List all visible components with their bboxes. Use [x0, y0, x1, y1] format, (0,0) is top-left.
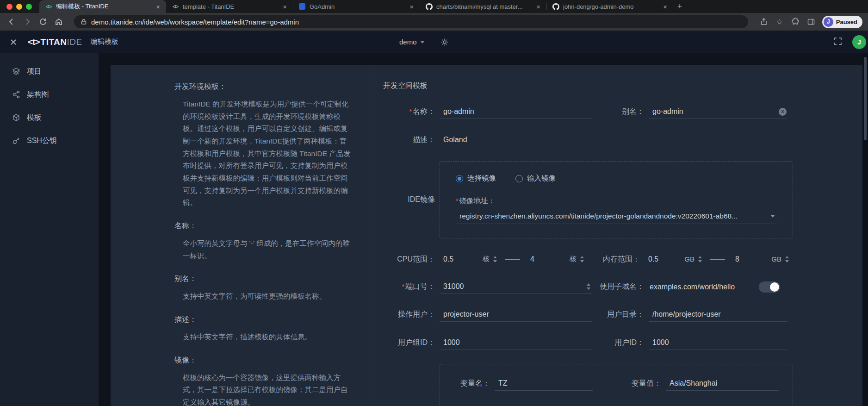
cpu-min-field[interactable]: 核: [440, 252, 499, 266]
description-input[interactable]: [440, 133, 793, 147]
tab-title: charts/bitnami/mysql at master...: [436, 3, 531, 10]
env-name-input[interactable]: [495, 376, 593, 391]
env-value-input[interactable]: [666, 404, 779, 406]
fullscreen-icon[interactable]: [834, 37, 842, 47]
browser-tab-goadmin[interactable]: GoAdmin ×: [293, 0, 420, 13]
tab-close-icon[interactable]: ×: [535, 3, 542, 11]
stepper[interactable]: [580, 256, 584, 262]
clear-icon[interactable]: ✕: [779, 108, 787, 116]
user-id-input[interactable]: [649, 336, 787, 350]
layers-icon: [12, 67, 20, 75]
radio-icon[interactable]: [515, 175, 523, 182]
memory-min-input[interactable]: [648, 255, 682, 263]
home-button[interactable]: [53, 16, 65, 28]
tab-close-icon[interactable]: ×: [408, 3, 415, 11]
user-dir-input[interactable]: [649, 307, 787, 322]
image-address-label: *镜像地址：: [456, 196, 777, 206]
close-icon[interactable]: [8, 37, 19, 47]
step-down-icon[interactable]: [587, 287, 590, 290]
window-close-button[interactable]: [6, 4, 12, 10]
op-user-input[interactable]: [440, 307, 592, 322]
memory-min-unit: GB: [684, 255, 694, 263]
bookmark-star-icon[interactable]: ☆: [774, 16, 785, 27]
cpu-max-field[interactable]: 核: [527, 252, 586, 266]
memory-max-unit: GB: [771, 255, 781, 263]
memory-max-field[interactable]: GB: [732, 253, 791, 266]
address-bar[interactable]: demo.titanide.cn/ide/web/workspace/templ…: [74, 15, 748, 28]
stepper[interactable]: [493, 256, 497, 262]
sidebar: 项目 架构图 模板 SSH公钥: [0, 53, 99, 406]
sidebar-item-label: SSH公钥: [27, 136, 57, 146]
name-input[interactable]: [440, 105, 592, 119]
tab-title: john-deng/go-admin-demo: [563, 3, 658, 10]
user-avatar[interactable]: J: [852, 35, 866, 49]
forward-button[interactable]: [21, 16, 33, 28]
port-field[interactable]: [440, 280, 592, 294]
share-icon[interactable]: [758, 16, 769, 27]
step-up-icon[interactable]: [587, 283, 590, 286]
memory-max-input[interactable]: [735, 255, 769, 263]
step-up-icon[interactable]: [698, 256, 702, 258]
sidebar-item-label: 架构图: [27, 90, 49, 100]
gear-icon[interactable]: [440, 38, 449, 46]
scrollbar-thumb[interactable]: [864, 57, 867, 140]
group-id-input[interactable]: [440, 336, 592, 350]
env-var-row: 变量名： 变量值：: [454, 404, 779, 406]
image-address-select[interactable]: registry.cn-shenzhen.aliyuncs.com/titani…: [456, 209, 777, 224]
sidebar-item-templates[interactable]: 模板: [0, 106, 99, 129]
window-minimize-button[interactable]: [16, 4, 22, 10]
tab-title: template - TitanIDE: [183, 3, 278, 10]
new-tab-button[interactable]: +: [673, 0, 686, 13]
doc-heading: 名称：: [174, 221, 351, 231]
workspace-select[interactable]: demo: [399, 38, 417, 46]
tab-close-icon[interactable]: ×: [281, 3, 288, 11]
titanide-logo[interactable]: <t> TITAN IDE: [28, 37, 82, 47]
doc-paragraph: 全小写的英文字母与 '-' 组成的，是在工作空间内的唯一标识。: [174, 237, 351, 262]
tab-close-icon[interactable]: ×: [155, 3, 161, 11]
memory-min-field[interactable]: GB: [645, 253, 704, 266]
key-icon: [12, 137, 20, 145]
side-panel-icon[interactable]: [806, 16, 817, 27]
step-up-icon[interactable]: [493, 256, 497, 258]
step-down-icon[interactable]: [785, 260, 789, 262]
radio-select-image[interactable]: 选择镜像: [456, 174, 496, 183]
subdomain-toggle[interactable]: [759, 281, 780, 293]
radio-icon[interactable]: [456, 175, 463, 182]
cpu-max-input[interactable]: [530, 255, 567, 263]
extensions-icon[interactable]: [790, 16, 801, 27]
stepper[interactable]: [587, 283, 590, 290]
step-down-icon[interactable]: [580, 260, 584, 262]
browser-tab-charts-mysql[interactable]: charts/bitnami/mysql at master... ×: [420, 0, 546, 13]
stepper[interactable]: [698, 256, 702, 262]
cpu-min-unit: 核: [483, 255, 490, 263]
tab-close-icon[interactable]: ×: [662, 3, 669, 11]
sidebar-item-projects[interactable]: 项目: [0, 60, 99, 83]
step-up-icon[interactable]: [580, 256, 584, 258]
browser-tab-edit-template[interactable]: <t> 编辑模板 - TitanIDE ×: [39, 0, 166, 13]
step-down-icon[interactable]: [493, 260, 497, 262]
window-zoom-button[interactable]: [26, 4, 32, 10]
env-name-input[interactable]: [495, 404, 593, 406]
browser-tab-go-admin-demo[interactable]: john-deng/go-admin-demo ×: [546, 0, 673, 13]
browser-tab-template[interactable]: <t> template - TitanIDE ×: [166, 0, 293, 13]
scrollbar[interactable]: [862, 53, 868, 406]
port-input[interactable]: [443, 282, 585, 291]
sidebar-item-ssh-keys[interactable]: SSH公钥: [0, 129, 99, 152]
subdomain-label: 使用子域名：: [592, 282, 644, 292]
radio-input-image[interactable]: 输入镜像: [515, 174, 556, 183]
profile-paused-button[interactable]: J Paused: [822, 16, 862, 28]
doc-paragraph: TitanIDE 的开发环境模板是为用户提供一个可定制化的环境模板设计工具，生成…: [174, 98, 351, 209]
back-button[interactable]: [6, 16, 18, 28]
cpu-min-input[interactable]: [443, 255, 480, 263]
image-address-value: registry.cn-shenzhen.aliyuncs.com/titani…: [459, 212, 765, 220]
reload-button[interactable]: [37, 16, 49, 28]
step-down-icon[interactable]: [698, 260, 702, 262]
stepper[interactable]: [785, 256, 789, 262]
env-value-input[interactable]: [666, 376, 779, 391]
sidebar-item-architecture[interactable]: 架构图: [0, 83, 99, 106]
alias-input[interactable]: [649, 105, 787, 119]
doc-paragraph: 模板的核心为一个容器镜像，这里提供两种输入方式，其一是下拉选择已有模板的镜像；其…: [174, 372, 351, 406]
doc-paragraph: 支持中英文字符，描述模板的具体信息。: [174, 331, 351, 344]
step-up-icon[interactable]: [785, 256, 789, 258]
chevron-down-icon[interactable]: [420, 41, 425, 44]
